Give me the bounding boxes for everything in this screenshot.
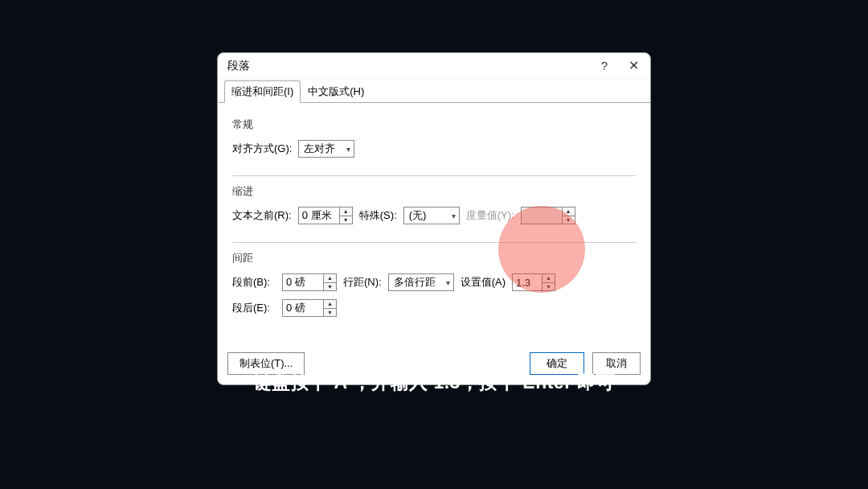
section-title: 常规 — [232, 117, 636, 132]
row-indent: 文本之前(R): ▲ ▼ 特殊(S): (无) ▾ 度量值(Y): — [232, 207, 636, 224]
before-text-label: 文本之前(R): — [232, 208, 292, 223]
spinner-up-icon[interactable]: ▲ — [324, 274, 336, 283]
before-spinner[interactable]: ▲ ▼ — [282, 273, 337, 291]
dialog-titlebar: 段落 ? ✕ — [218, 53, 650, 79]
help-button[interactable]: ? — [601, 59, 608, 72]
before-text-spinner[interactable]: ▲ ▼ — [298, 207, 353, 224]
section-general: 常规 对齐方式(G): 左对齐 ▾ — [226, 113, 642, 174]
row-alignment: 对齐方式(G): 左对齐 ▾ — [232, 140, 636, 158]
spinner-down-icon: ▼ — [563, 216, 575, 224]
spinner-up-icon[interactable]: ▲ — [542, 274, 555, 283]
line-spacing-label: 行距(N): — [343, 275, 382, 290]
before-input[interactable] — [282, 273, 324, 291]
spinner-buttons: ▲ ▼ — [563, 207, 575, 224]
spinner-up-icon: ▲ — [563, 208, 575, 216]
spinner-buttons: ▲ ▼ — [340, 207, 353, 224]
spinner-buttons: ▲ ▼ — [324, 273, 337, 291]
tab-label: 中文版式(H) — [308, 85, 364, 97]
after-spinner[interactable]: ▲ ▼ — [282, 299, 337, 317]
divider — [232, 242, 636, 243]
spinner-buttons: ▲ ▼ — [324, 299, 337, 317]
tab-indent-spacing[interactable]: 缩进和间距(I) — [224, 80, 301, 103]
tab-label: 缩进和间距(I) — [231, 85, 293, 97]
spinner-down-icon[interactable]: ▼ — [324, 309, 336, 317]
metric-input — [521, 207, 563, 224]
select-value: 多倍行距 — [394, 275, 436, 290]
after-label: 段后(E): — [232, 301, 276, 315]
select-value: (无) — [409, 208, 427, 223]
set-value-input[interactable] — [512, 273, 542, 291]
special-label: 特殊(S): — [359, 208, 397, 223]
chevron-down-icon: ▾ — [446, 278, 450, 287]
section-spacing: 间距 段前(B): ▲ ▼ 行距(N): 多倍行距 ▾ 设置值(A) — [226, 246, 642, 333]
alignment-label: 对齐方式(G): — [232, 142, 292, 156]
metric-label: 度量值(Y): — [466, 208, 514, 223]
spinner-down-icon[interactable]: ▼ — [324, 283, 336, 291]
paragraph-dialog: 段落 ? ✕ 缩进和间距(I) 中文版式(H) 常规 对齐方式(G): 左对齐 … — [217, 52, 651, 385]
section-title: 间距 — [232, 251, 636, 265]
before-label: 段前(B): — [232, 275, 276, 290]
spinner-buttons: ▲ ▼ — [542, 273, 555, 291]
select-value: 左对齐 — [304, 142, 335, 156]
section-indent: 缩进 文本之前(R): ▲ ▼ 特殊(S): (无) ▾ 度量值(Y): — [226, 179, 642, 240]
special-select[interactable]: (无) ▾ — [403, 207, 460, 224]
spinner-up-icon[interactable]: ▲ — [340, 208, 352, 216]
tab-body: 常规 对齐方式(G): 左对齐 ▾ 缩进 文本之前(R): ▲ ▼ — [218, 102, 650, 344]
spinner-down-icon[interactable]: ▼ — [542, 283, 555, 291]
spinner-down-icon[interactable]: ▼ — [340, 216, 352, 224]
close-button[interactable]: ✕ — [625, 58, 642, 73]
set-value-spinner[interactable]: ▲ ▼ — [512, 273, 555, 291]
chevron-down-icon: ▾ — [452, 212, 456, 220]
chevron-down-icon: ▾ — [346, 145, 350, 154]
dialog-title: 段落 — [227, 59, 250, 73]
set-value-label: 设置值(A) — [461, 275, 506, 290]
section-title: 缩进 — [232, 184, 636, 199]
spinner-up-icon[interactable]: ▲ — [324, 300, 336, 309]
tab-asian-typography[interactable]: 中文版式(H) — [301, 80, 371, 103]
alignment-select[interactable]: 左对齐 ▾ — [298, 140, 354, 158]
line-spacing-select[interactable]: 多倍行距 ▾ — [388, 273, 454, 291]
divider — [232, 175, 636, 176]
row-spacing-before: 段前(B): ▲ ▼ 行距(N): 多倍行距 ▾ 设置值(A) — [232, 273, 636, 291]
row-spacing-after: 段后(E): ▲ ▼ — [232, 299, 636, 317]
instruction-caption: 键盘按下 A ，并输入 1.3，按下 Enter 即可 — [0, 370, 868, 395]
titlebar-controls: ? ✕ — [601, 58, 642, 73]
before-text-input[interactable] — [298, 207, 340, 224]
dialog-tabs: 缩进和间距(I) 中文版式(H) — [218, 79, 650, 103]
after-input[interactable] — [282, 299, 324, 317]
metric-spinner: ▲ ▼ — [521, 207, 575, 224]
